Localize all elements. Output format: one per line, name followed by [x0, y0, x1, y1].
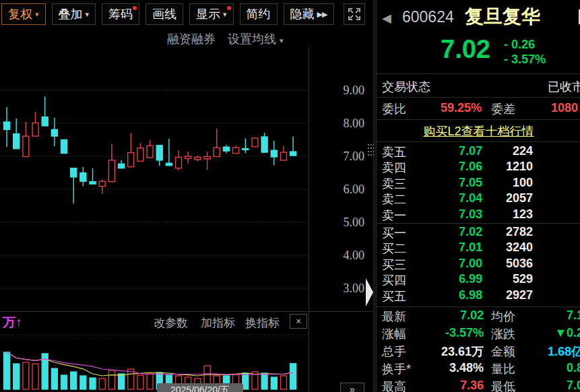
button-label: 隐藏 [290, 6, 315, 22]
volume-pane-header: 万↑ 改参数 加指标 换指标 × [0, 314, 373, 330]
level-volume: 3240 [506, 240, 533, 255]
level-volume: 5036 [506, 257, 533, 271]
level-price: 7.01 [459, 240, 482, 255]
svg-text:8.00: 8.00 [344, 117, 365, 130]
stock-app-window: 复权▾叠加▾筹码画线显示▾简约隐藏▶▶ 融资融券 设置均线▾ 9.008.007… [0, 0, 580, 392]
stat-label: 换手* [382, 361, 411, 377]
chevron-down-icon: ▾ [223, 10, 227, 19]
svg-text:3.00: 3.00 [344, 282, 365, 295]
double-arrow-icon: ▶▶ [317, 10, 327, 19]
level-label: 买一 [382, 225, 406, 241]
level-label: 买四 [382, 272, 406, 288]
fullscreen-button[interactable] [344, 3, 365, 25]
level-volume: 529 [513, 272, 533, 286]
chevron-down-icon: ▾ [280, 36, 284, 44]
bid-row[interactable]: 买一7.022782 [377, 225, 580, 240]
divider-line [377, 119, 580, 120]
adjust-price-button[interactable]: 复权▾ [1, 3, 46, 25]
stat-value: 0.8 [567, 361, 580, 375]
stat-value: 23.61万 [441, 344, 484, 360]
ask-row[interactable]: 卖五7.07224 [377, 144, 580, 160]
chart-subtoolbar: 融资融券 设置均线▾ [0, 30, 309, 47]
stat-value: 3.48% [449, 361, 484, 375]
divider-line [377, 141, 580, 142]
level-volume: 2927 [506, 288, 533, 302]
stat-value: 7.0 [567, 379, 580, 392]
stat-row: 最新7.02均价7.1 [377, 308, 580, 326]
stat-label: 总手 [382, 344, 406, 360]
level-volume: 2782 [506, 225, 533, 239]
margin-trading-button[interactable]: 融资融券 [167, 31, 216, 47]
level-price: 7.04 [459, 191, 482, 205]
collapse-panel-arrow-icon[interactable] [366, 278, 373, 306]
more-chevrons-button[interactable]: » [340, 383, 364, 392]
stat-value: 1.68亿 [548, 344, 580, 360]
button-label: 筹码 [108, 6, 133, 22]
stat-value: 7.02 [460, 308, 484, 323]
level-label: 卖一 [382, 207, 406, 224]
ask-row[interactable]: 卖二7.042057 [377, 191, 580, 207]
weibi-label: 委比 [382, 101, 406, 117]
level-price: 7.03 [459, 207, 482, 222]
hide-button[interactable]: 隐藏▶▶ [284, 3, 334, 25]
stat-label: 涨跌 [491, 326, 515, 342]
stat-value: 7.1 [567, 308, 580, 323]
button-label: 显示 [196, 6, 220, 22]
ask-row[interactable]: 卖三7.05100 [377, 176, 580, 191]
button-label: 复权 [8, 6, 32, 22]
level-volume: 1210 [506, 160, 533, 174]
level-price: 7.07 [459, 144, 482, 158]
divider-grip-icon[interactable] [367, 143, 374, 158]
level-price: 7.06 [459, 160, 482, 174]
level-volume: 224 [513, 144, 533, 158]
divider-line [377, 306, 580, 307]
stat-row: 涨幅-3.57%涨跌▼0.2 [377, 326, 580, 344]
ask-row[interactable]: 卖四7.061210 [377, 160, 580, 175]
ma-settings-label: 设置均线 [228, 32, 276, 46]
change-params-button[interactable]: 改参数 [154, 315, 188, 331]
level-volume: 2057 [506, 191, 533, 205]
draw-line-button[interactable]: 画线 [146, 3, 183, 25]
close-indicator-button[interactable]: × [290, 314, 307, 329]
level-label: 买二 [382, 240, 406, 257]
bid-row[interactable]: 买四6.99529 [377, 272, 580, 288]
level-label: 卖五 [382, 144, 406, 160]
buy-l2-link[interactable]: 购买L2查看十档行情 [377, 123, 580, 139]
ma-settings-button[interactable]: 设置均线▾ [228, 31, 284, 47]
level-volume: 100 [513, 176, 533, 190]
level-price: 7.00 [459, 257, 482, 271]
button-label: 画线 [152, 6, 176, 22]
stock-name: 复旦复华 [465, 4, 540, 30]
prev-stock-arrow-icon[interactable]: ◀ [382, 11, 391, 26]
svg-text:7.00: 7.00 [344, 150, 365, 163]
bid-row[interactable]: 买五6.982927 [377, 288, 580, 304]
display-button[interactable]: 显示▾ [189, 3, 234, 25]
overlay-button[interactable]: 叠加▾ [52, 3, 96, 25]
divider-line [377, 73, 580, 74]
stat-label: 金额 [491, 344, 515, 360]
level-price: 6.98 [459, 288, 482, 302]
level-label: 买五 [382, 288, 406, 304]
fullscreen-expand-icon [348, 7, 361, 21]
notification-dot-icon [133, 6, 137, 10]
stat-row: 总手23.61万金额1.68亿 [377, 344, 580, 361]
add-indicator-button[interactable]: 加指标 [201, 315, 235, 331]
svg-text:9.00: 9.00 [344, 84, 365, 97]
stat-label: 最低 [491, 379, 515, 392]
quote-panel: ◀ 600624 复旦复华 7.02 - 0.26- 3.57% 交易状态 已收… [376, 0, 580, 392]
simple-mode-button[interactable]: 简约 [240, 3, 278, 25]
switch-indicator-button[interactable]: 换指标 [245, 315, 280, 331]
bid-row[interactable]: 买三7.005036 [377, 257, 580, 272]
stat-label: 均价 [491, 308, 515, 325]
trade-status-label: 交易状态 [382, 79, 430, 95]
notification-dot-icon [227, 6, 231, 10]
stat-label: 涨幅 [382, 326, 406, 342]
stat-row: 最高7.36最低7.0 [377, 379, 580, 392]
candlestick-chart[interactable]: 9.008.007.006.005.004.003.00 [0, 47, 373, 311]
stock-code: 600624 [402, 8, 454, 26]
svg-text:5.00: 5.00 [344, 216, 365, 229]
chips-button[interactable]: 筹码 [102, 3, 139, 25]
bid-row[interactable]: 买二7.013240 [377, 240, 580, 256]
weicha-value: 1080 [551, 101, 578, 115]
ask-row[interactable]: 卖一7.03123 [377, 207, 580, 223]
